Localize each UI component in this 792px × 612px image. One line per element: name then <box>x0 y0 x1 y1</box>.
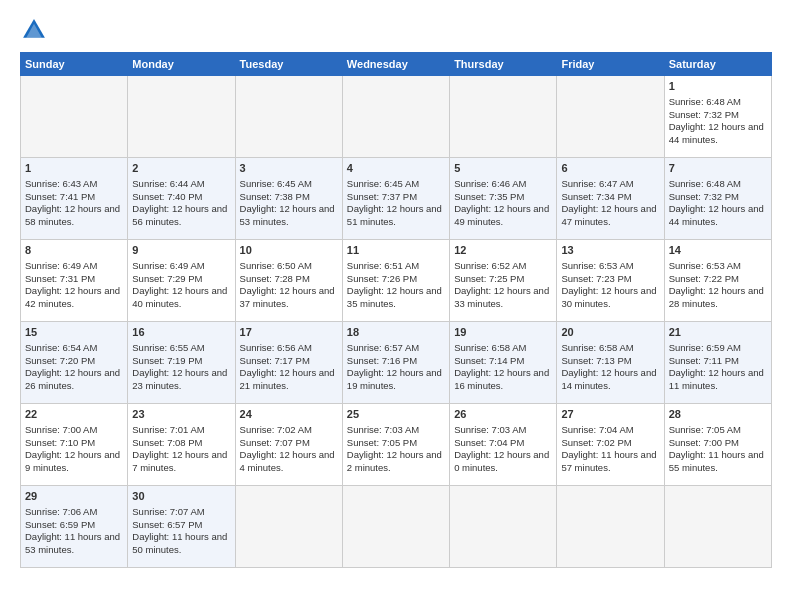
day-cell: 1Sunrise: 6:48 AMSunset: 7:32 PMDaylight… <box>664 76 771 158</box>
daylight-text: Daylight: 12 hours and 4 minutes. <box>240 449 335 473</box>
day-number: 24 <box>240 407 338 422</box>
day-cell: 23Sunrise: 7:01 AMSunset: 7:08 PMDayligh… <box>128 404 235 486</box>
day-cell: 2Sunrise: 6:44 AMSunset: 7:40 PMDaylight… <box>128 158 235 240</box>
daylight-text: Daylight: 12 hours and 28 minutes. <box>669 285 764 309</box>
sunset-text: Sunset: 7:22 PM <box>669 273 739 284</box>
day-number: 19 <box>454 325 552 340</box>
day-cell: 1Sunrise: 6:43 AMSunset: 7:41 PMDaylight… <box>21 158 128 240</box>
day-number: 5 <box>454 161 552 176</box>
sunset-text: Sunset: 7:25 PM <box>454 273 524 284</box>
day-cell <box>557 486 664 568</box>
sunrise-text: Sunrise: 6:58 AM <box>454 342 526 353</box>
day-number: 12 <box>454 243 552 258</box>
sunset-text: Sunset: 7:40 PM <box>132 191 202 202</box>
day-number: 23 <box>132 407 230 422</box>
sunrise-text: Sunrise: 7:02 AM <box>240 424 312 435</box>
daylight-text: Daylight: 12 hours and 35 minutes. <box>347 285 442 309</box>
daylight-text: Daylight: 12 hours and 0 minutes. <box>454 449 549 473</box>
day-number: 30 <box>132 489 230 504</box>
day-number: 11 <box>347 243 445 258</box>
sunrise-text: Sunrise: 7:03 AM <box>347 424 419 435</box>
logo-icon <box>20 16 48 44</box>
sunrise-text: Sunrise: 6:47 AM <box>561 178 633 189</box>
day-cell <box>128 76 235 158</box>
week-row-1: 1Sunrise: 6:43 AMSunset: 7:41 PMDaylight… <box>21 158 772 240</box>
day-cell: 19Sunrise: 6:58 AMSunset: 7:14 PMDayligh… <box>450 322 557 404</box>
sunrise-text: Sunrise: 6:48 AM <box>669 178 741 189</box>
sunrise-text: Sunrise: 6:59 AM <box>669 342 741 353</box>
sunset-text: Sunset: 7:37 PM <box>347 191 417 202</box>
day-cell: 30Sunrise: 7:07 AMSunset: 6:57 PMDayligh… <box>128 486 235 568</box>
sunset-text: Sunset: 7:08 PM <box>132 437 202 448</box>
daylight-text: Daylight: 11 hours and 55 minutes. <box>669 449 764 473</box>
sunrise-text: Sunrise: 7:00 AM <box>25 424 97 435</box>
sunset-text: Sunset: 7:00 PM <box>669 437 739 448</box>
day-number: 10 <box>240 243 338 258</box>
day-cell: 12Sunrise: 6:52 AMSunset: 7:25 PMDayligh… <box>450 240 557 322</box>
daylight-text: Daylight: 12 hours and 21 minutes. <box>240 367 335 391</box>
sunset-text: Sunset: 7:34 PM <box>561 191 631 202</box>
day-number: 27 <box>561 407 659 422</box>
day-cell: 22Sunrise: 7:00 AMSunset: 7:10 PMDayligh… <box>21 404 128 486</box>
day-cell: 20Sunrise: 6:58 AMSunset: 7:13 PMDayligh… <box>557 322 664 404</box>
day-number: 1 <box>25 161 123 176</box>
sunset-text: Sunset: 7:14 PM <box>454 355 524 366</box>
col-thursday: Thursday <box>450 53 557 76</box>
day-cell: 4Sunrise: 6:45 AMSunset: 7:37 PMDaylight… <box>342 158 449 240</box>
week-row-5: 29Sunrise: 7:06 AMSunset: 6:59 PMDayligh… <box>21 486 772 568</box>
daylight-text: Daylight: 11 hours and 50 minutes. <box>132 531 227 555</box>
day-number: 29 <box>25 489 123 504</box>
sunset-text: Sunset: 7:26 PM <box>347 273 417 284</box>
day-number: 9 <box>132 243 230 258</box>
daylight-text: Daylight: 12 hours and 23 minutes. <box>132 367 227 391</box>
day-cell: 28Sunrise: 7:05 AMSunset: 7:00 PMDayligh… <box>664 404 771 486</box>
sunrise-text: Sunrise: 6:54 AM <box>25 342 97 353</box>
sunrise-text: Sunrise: 6:58 AM <box>561 342 633 353</box>
day-number: 3 <box>240 161 338 176</box>
day-cell <box>557 76 664 158</box>
sunset-text: Sunset: 7:02 PM <box>561 437 631 448</box>
day-cell: 25Sunrise: 7:03 AMSunset: 7:05 PMDayligh… <box>342 404 449 486</box>
day-cell: 27Sunrise: 7:04 AMSunset: 7:02 PMDayligh… <box>557 404 664 486</box>
daylight-text: Daylight: 12 hours and 51 minutes. <box>347 203 442 227</box>
daylight-text: Daylight: 12 hours and 47 minutes. <box>561 203 656 227</box>
day-cell: 11Sunrise: 6:51 AMSunset: 7:26 PMDayligh… <box>342 240 449 322</box>
day-number: 26 <box>454 407 552 422</box>
day-cell: 8Sunrise: 6:49 AMSunset: 7:31 PMDaylight… <box>21 240 128 322</box>
day-cell: 21Sunrise: 6:59 AMSunset: 7:11 PMDayligh… <box>664 322 771 404</box>
daylight-text: Daylight: 12 hours and 40 minutes. <box>132 285 227 309</box>
day-cell: 18Sunrise: 6:57 AMSunset: 7:16 PMDayligh… <box>342 322 449 404</box>
day-cell: 16Sunrise: 6:55 AMSunset: 7:19 PMDayligh… <box>128 322 235 404</box>
day-number: 17 <box>240 325 338 340</box>
header-row: Sunday Monday Tuesday Wednesday Thursday… <box>21 53 772 76</box>
sunset-text: Sunset: 7:17 PM <box>240 355 310 366</box>
sunrise-text: Sunrise: 6:44 AM <box>132 178 204 189</box>
daylight-text: Daylight: 11 hours and 53 minutes. <box>25 531 120 555</box>
day-cell <box>235 76 342 158</box>
day-cell <box>450 76 557 158</box>
calendar-table: Sunday Monday Tuesday Wednesday Thursday… <box>20 52 772 568</box>
daylight-text: Daylight: 12 hours and 44 minutes. <box>669 203 764 227</box>
week-row-3: 15Sunrise: 6:54 AMSunset: 7:20 PMDayligh… <box>21 322 772 404</box>
day-number: 20 <box>561 325 659 340</box>
sunset-text: Sunset: 7:13 PM <box>561 355 631 366</box>
daylight-text: Daylight: 12 hours and 37 minutes. <box>240 285 335 309</box>
col-sunday: Sunday <box>21 53 128 76</box>
sunrise-text: Sunrise: 6:56 AM <box>240 342 312 353</box>
week-row-4: 22Sunrise: 7:00 AMSunset: 7:10 PMDayligh… <box>21 404 772 486</box>
sunrise-text: Sunrise: 6:45 AM <box>347 178 419 189</box>
sunrise-text: Sunrise: 7:07 AM <box>132 506 204 517</box>
daylight-text: Daylight: 12 hours and 19 minutes. <box>347 367 442 391</box>
day-cell: 9Sunrise: 6:49 AMSunset: 7:29 PMDaylight… <box>128 240 235 322</box>
sunrise-text: Sunrise: 6:43 AM <box>25 178 97 189</box>
sunrise-text: Sunrise: 6:48 AM <box>669 96 741 107</box>
day-number: 28 <box>669 407 767 422</box>
day-cell: 15Sunrise: 6:54 AMSunset: 7:20 PMDayligh… <box>21 322 128 404</box>
day-number: 4 <box>347 161 445 176</box>
day-cell <box>664 486 771 568</box>
day-cell: 7Sunrise: 6:48 AMSunset: 7:32 PMDaylight… <box>664 158 771 240</box>
day-cell <box>21 76 128 158</box>
day-cell: 3Sunrise: 6:45 AMSunset: 7:38 PMDaylight… <box>235 158 342 240</box>
col-tuesday: Tuesday <box>235 53 342 76</box>
sunset-text: Sunset: 6:57 PM <box>132 519 202 530</box>
